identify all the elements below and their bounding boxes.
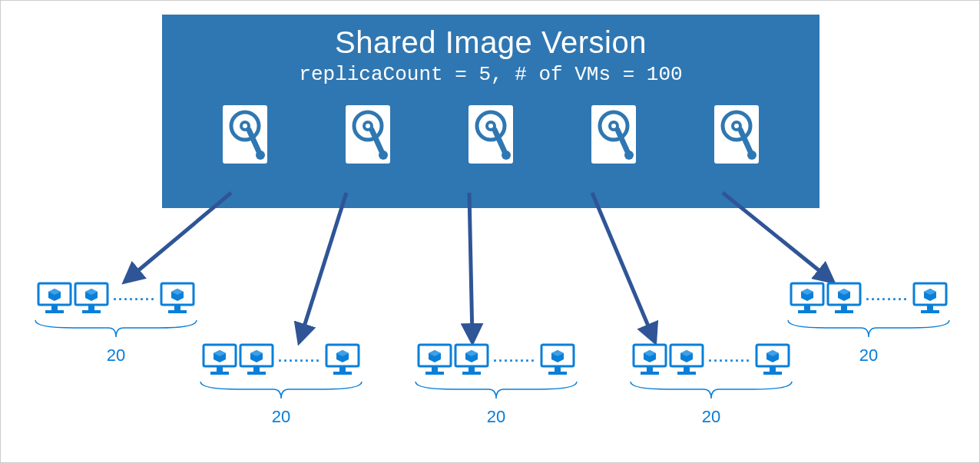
svg-line-28: [592, 193, 654, 339]
svg-rect-65: [763, 372, 782, 375]
vm-icon: [631, 342, 668, 379]
svg-rect-52: [468, 366, 475, 372]
svg-rect-61: [684, 366, 690, 372]
vm-icon: [668, 342, 705, 379]
vm-group: ........ 20: [773, 281, 965, 365]
svg-rect-43: [253, 366, 260, 372]
diagram-canvas: Shared Image Version replicaCount = 5, #…: [0, 0, 980, 463]
svg-rect-35: [82, 310, 101, 313]
svg-rect-56: [548, 372, 567, 375]
svg-rect-55: [555, 366, 561, 372]
dots-label: ........: [708, 349, 751, 365]
svg-rect-58: [647, 366, 653, 372]
svg-rect-64: [770, 366, 776, 372]
svg-line-29: [723, 193, 830, 279]
svg-rect-73: [927, 305, 933, 310]
brace-icon: [780, 318, 957, 341]
vm-icon: [159, 281, 196, 318]
vm-icon: [453, 342, 490, 379]
vm-count-label: 20: [181, 407, 381, 427]
svg-line-27: [469, 193, 472, 339]
vm-icon: [826, 281, 862, 318]
vm-icon: [789, 281, 826, 318]
svg-rect-40: [217, 366, 223, 372]
vm-icon: [912, 281, 949, 318]
svg-rect-74: [921, 310, 939, 313]
brace-icon: [193, 379, 369, 402]
svg-rect-71: [835, 310, 853, 313]
dots-label: ........: [866, 288, 909, 304]
vm-icon: [36, 281, 73, 318]
brace-icon: [408, 379, 584, 402]
svg-line-25: [127, 193, 231, 279]
vm-icon: [238, 342, 275, 379]
vm-row: ........: [181, 342, 381, 379]
vm-icon: [73, 281, 110, 318]
vm-row: ........: [396, 342, 596, 379]
vm-group: ........ 20: [181, 342, 381, 427]
svg-rect-34: [88, 305, 94, 310]
dots-label: ........: [493, 349, 536, 365]
svg-rect-62: [677, 372, 696, 375]
vm-row: ........: [773, 281, 965, 318]
svg-rect-32: [45, 310, 64, 313]
svg-rect-67: [804, 305, 810, 310]
svg-rect-59: [641, 372, 659, 375]
vm-group: ........ 20: [396, 342, 596, 427]
vm-count-label: 20: [773, 346, 965, 365]
vm-count-label: 20: [396, 407, 596, 427]
vm-icon: [539, 342, 576, 379]
svg-rect-44: [247, 372, 266, 375]
svg-rect-68: [798, 310, 816, 313]
brace-icon: [28, 318, 204, 341]
svg-rect-41: [210, 372, 229, 375]
vm-row: ........: [20, 281, 212, 318]
brace-icon: [623, 379, 800, 402]
dots-label: ........: [278, 349, 321, 365]
vm-icon: [201, 342, 238, 379]
svg-rect-31: [51, 305, 58, 310]
dots-label: ........: [113, 288, 156, 304]
svg-rect-50: [425, 372, 444, 375]
svg-line-26: [300, 193, 346, 339]
svg-rect-37: [174, 305, 180, 310]
vm-count-label: 20: [611, 407, 811, 427]
svg-rect-46: [339, 366, 346, 372]
vm-icon: [324, 342, 361, 379]
svg-rect-70: [841, 305, 847, 310]
svg-rect-49: [432, 366, 438, 372]
svg-rect-47: [333, 372, 352, 375]
vm-icon: [416, 342, 453, 379]
svg-rect-53: [462, 372, 481, 375]
svg-rect-38: [168, 310, 187, 313]
